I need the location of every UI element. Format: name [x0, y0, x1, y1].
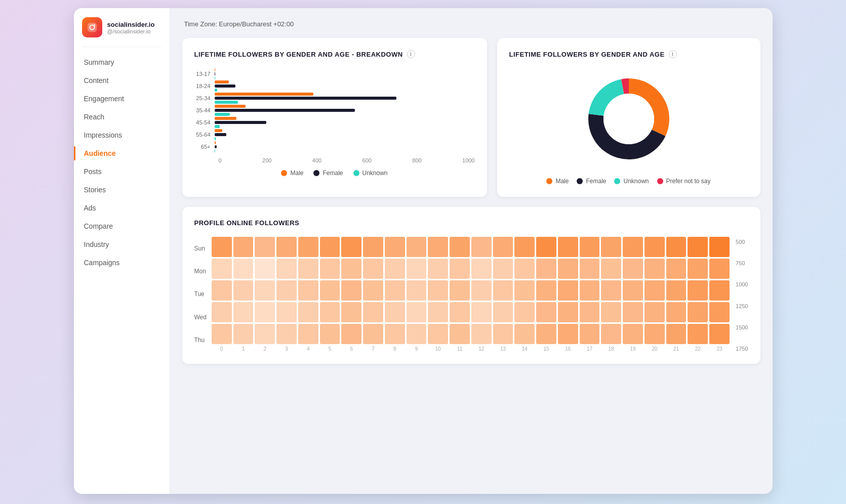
heatmap-title: PROFILE ONLINE FOLLOWERS: [194, 219, 748, 227]
heatmap-row: [212, 280, 730, 301]
brand-icon: [82, 17, 102, 37]
x-tick: 600: [362, 157, 372, 163]
bar-female: [215, 121, 267, 124]
heatmap-cell: [471, 259, 492, 279]
bar-legend: Male Female Unknown: [194, 170, 475, 177]
bar-row: 55-64: [194, 129, 475, 140]
heatmap-cell: [514, 259, 535, 279]
heatmap-cell: [298, 259, 318, 279]
bar-track: [215, 129, 475, 140]
x-tick: 200: [262, 157, 271, 163]
sidebar-item-industry[interactable]: Industry: [74, 235, 170, 254]
bar-female: [215, 109, 355, 112]
heatmap-cell: [471, 302, 492, 322]
heatmap-cell: [298, 324, 318, 344]
heatmap-cell: [558, 302, 578, 322]
bar-age-label: 65+: [194, 144, 215, 150]
heatmap-cell: [276, 259, 297, 279]
sidebar-item-posts[interactable]: Posts: [74, 162, 170, 181]
heatmap-x-label: 15: [536, 346, 556, 352]
sidebar-item-compare[interactable]: Compare: [74, 217, 170, 235]
sidebar-item-summary[interactable]: Summary: [74, 53, 170, 71]
bar-age-label: 55-64: [194, 132, 215, 138]
female-dot: [313, 170, 319, 176]
donut-chart-card: LIFETIME FOLLOWERS BY GENDER AND AGE i M…: [497, 38, 760, 197]
donut-svg: [578, 68, 679, 170]
heatmap-cell: [514, 324, 535, 344]
bar-age-label: 35-44: [194, 107, 215, 113]
sidebar-item-content[interactable]: Content: [74, 71, 170, 90]
x-axis: 02004006008001000: [194, 157, 475, 163]
heatmap-cell: [601, 237, 621, 257]
heatmap-cell: [276, 280, 297, 301]
bar-track: [215, 80, 475, 92]
heatmap-cell: [450, 280, 470, 301]
bar-female: [215, 72, 215, 75]
heatmap-cell: [514, 237, 535, 257]
heatmap-cell: [666, 302, 687, 322]
heatmap-x-label: 13: [493, 346, 513, 352]
donut-chart-info-icon[interactable]: i: [669, 50, 677, 58]
sidebar-item-reach[interactable]: Reach: [74, 108, 170, 126]
sidebar-item-campaigns[interactable]: Campaigns: [74, 254, 170, 272]
bar-chart: 13-1718-2425-3435-4445-5455-6465+: [194, 68, 475, 153]
heatmap-cell: [212, 237, 232, 257]
heatmap-y-label: Mon: [194, 260, 207, 282]
heatmap-cell: [320, 280, 340, 301]
brand-header: socialinsider.io @/socialinsider.io: [74, 8, 170, 47]
bar-chart-title: LIFETIME FOLLOWERS BY GENDER AND AGE - B…: [194, 50, 475, 58]
heatmap-cell: [298, 302, 318, 322]
sidebar-item-engagement[interactable]: Engagement: [74, 90, 170, 108]
bar-male: [215, 117, 237, 120]
heatmap-cell: [644, 280, 665, 301]
heatmap-cell: [688, 324, 708, 344]
heatmap-cell: [558, 259, 578, 279]
heatmap-cell: [363, 324, 383, 344]
donut-legend: Male Female Unknown Prefer not to s: [546, 178, 710, 185]
heatmap-cell: [407, 237, 427, 257]
heatmap-x-label: 9: [407, 346, 427, 352]
heatmap-x-label: 1: [233, 346, 254, 352]
sidebar-item-ads[interactable]: Ads: [74, 199, 170, 217]
heatmap-cell: [363, 280, 383, 301]
brand-handle: @/socialinsider.io: [107, 28, 155, 34]
bar-track: [215, 68, 475, 79]
heatmap-cell: [644, 237, 665, 257]
bar-track: [215, 117, 475, 128]
heatmap-cell: [666, 280, 687, 301]
x-tick: 400: [312, 157, 321, 163]
sidebar-item-impressions[interactable]: Impressions: [74, 126, 170, 144]
heatmap-cell: [428, 259, 448, 279]
bar-male: [215, 80, 229, 83]
heatmap-cell: [601, 280, 621, 301]
heatmap-x-label: 6: [341, 346, 361, 352]
sidebar-item-stories[interactable]: Stories: [74, 181, 170, 199]
main-content: Time Zone: Europe/Bucharest +02:00 LIFET…: [170, 8, 773, 494]
bar-chart-info-icon[interactable]: i: [407, 50, 415, 58]
sidebar: socialinsider.io @/socialinsider.io Summ…: [74, 8, 170, 494]
sidebar-nav: Summary Content Engagement Reach Impress…: [74, 47, 170, 278]
bar-track: [215, 93, 475, 104]
heatmap-right-label: 1500: [736, 324, 748, 330]
heatmap-cell: [536, 324, 556, 344]
heatmap-cell: [666, 324, 687, 344]
bar-unknown: [215, 125, 220, 128]
legend-unknown: Unknown: [353, 170, 388, 177]
heatmap-cell: [407, 324, 427, 344]
bar-age-label: 45-54: [194, 119, 215, 125]
bar-track: [215, 141, 475, 152]
bar-unknown: [215, 101, 238, 104]
heatmap-cell: [709, 324, 730, 344]
heatmap-cell: [255, 324, 275, 344]
heatmap-x-label: 23: [709, 346, 730, 352]
heatmap-cell: [276, 237, 297, 257]
heatmap-cell: [255, 237, 275, 257]
heatmap-cell: [255, 259, 275, 279]
heatmap-x-label: 2: [255, 346, 275, 352]
heatmap-cell: [709, 259, 730, 279]
legend-male: Male: [281, 170, 303, 177]
heatmap-cell: [536, 302, 556, 322]
bar-row: 13-17: [194, 68, 475, 79]
sidebar-item-audience[interactable]: Audience: [74, 144, 170, 162]
heatmap-cell: [623, 302, 643, 322]
